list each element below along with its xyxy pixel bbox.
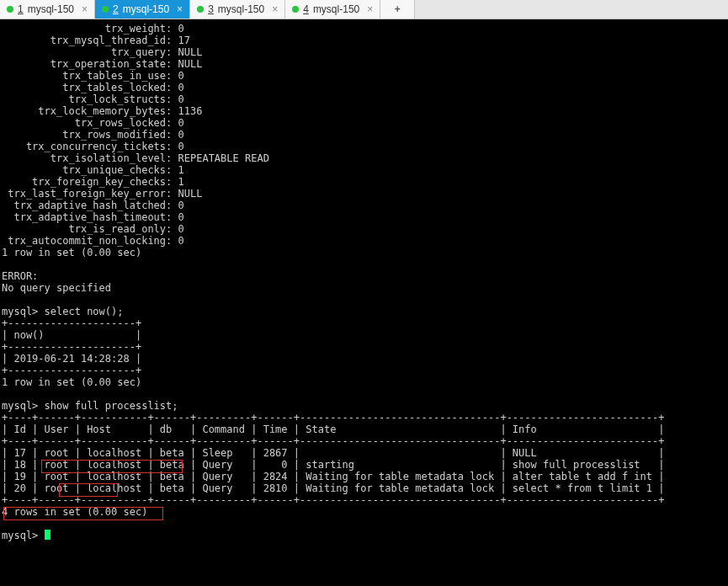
tab-1[interactable]: 1 mysql-150 × bbox=[0, 0, 95, 19]
terminal-line: trx_weight: 0 bbox=[2, 23, 184, 35]
status-dot-icon bbox=[102, 6, 109, 13]
terminal-line: | 2019-06-21 14:28:28 | bbox=[2, 353, 141, 365]
cursor-icon bbox=[45, 530, 50, 540]
tab-3[interactable]: 3 mysql-150 × bbox=[190, 0, 285, 19]
terminal-line: | 17 | root | localhost | beta | Sleep |… bbox=[2, 447, 664, 459]
terminal-line: trx_lock_structs: 0 bbox=[2, 93, 184, 105]
terminal-line: | now() | bbox=[2, 329, 141, 341]
terminal-line: trx_operation_state: NULL bbox=[2, 58, 202, 70]
terminal-line: trx_query: NULL bbox=[2, 46, 202, 58]
terminal-line: +----+------+-----------+------+--------… bbox=[2, 435, 664, 447]
tab-label: mysql-150 bbox=[218, 3, 264, 15]
close-icon[interactable]: × bbox=[272, 4, 278, 14]
terminal-line: trx_last_foreign_key_error: NULL bbox=[2, 188, 202, 200]
terminal-line: trx_rows_modified: 0 bbox=[2, 129, 184, 141]
terminal-line: trx_autocommit_non_locking: 0 bbox=[2, 235, 184, 247]
terminal-line: ERROR: bbox=[2, 270, 38, 282]
terminal-line: | 20 | root | localhost | beta | Query |… bbox=[2, 482, 664, 494]
terminal-line: trx_lock_memory_bytes: 1136 bbox=[2, 105, 202, 117]
tab-label: mysql-150 bbox=[28, 3, 74, 15]
terminal-line: 1 row in set (0.00 sec) bbox=[2, 376, 141, 388]
terminal-line: trx_foreign_key_checks: 1 bbox=[2, 176, 184, 188]
terminal-prompt-line[interactable]: mysql> bbox=[2, 530, 50, 541]
terminal-line: +---------------------+ bbox=[2, 365, 141, 376]
terminal-line: | 19 | root | localhost | beta | Query |… bbox=[2, 471, 664, 482]
terminal-line: 4 rows in set (0.00 sec) bbox=[2, 506, 147, 518]
tab-index: 4 bbox=[303, 3, 309, 15]
tab-2[interactable]: 2 mysql-150 × bbox=[95, 0, 190, 19]
terminal-line: trx_concurrency_tickets: 0 bbox=[2, 141, 184, 152]
add-tab-button[interactable]: + bbox=[380, 0, 415, 19]
terminal-line: | 18 | root | localhost | beta | Query |… bbox=[2, 459, 664, 471]
status-dot-icon bbox=[197, 6, 204, 13]
terminal-pane[interactable]: trx_weight: 0 trx_mysql_thread_id: 17 tr… bbox=[0, 19, 728, 586]
terminal-line: trx_tables_locked: 0 bbox=[2, 82, 184, 93]
tab-index: 1 bbox=[18, 3, 24, 15]
terminal-line: +---------------------+ bbox=[2, 341, 141, 353]
close-icon[interactable]: × bbox=[82, 4, 88, 14]
terminal-line: trx_unique_checks: 1 bbox=[2, 164, 184, 176]
terminal-line: 1 row in set (0.00 sec) bbox=[2, 247, 141, 258]
terminal-line: +---------------------+ bbox=[2, 317, 141, 329]
terminal-output: trx_weight: 0 trx_mysql_thread_id: 17 tr… bbox=[0, 19, 728, 545]
terminal-line: mysql> show full processlist; bbox=[2, 400, 178, 412]
close-icon[interactable]: × bbox=[367, 4, 373, 14]
terminal-line: trx_adaptive_hash_timeout: 0 bbox=[2, 211, 184, 223]
terminal-line: mysql> select now(); bbox=[2, 306, 124, 317]
terminal-line: trx_is_read_only: 0 bbox=[2, 223, 184, 235]
terminal-line: No query specified bbox=[2, 282, 111, 294]
tab-index: 2 bbox=[113, 3, 119, 15]
terminal-line: +----+------+-----------+------+--------… bbox=[2, 494, 664, 506]
terminal-line: trx_tables_in_use: 0 bbox=[2, 70, 184, 82]
tab-label: mysql-150 bbox=[313, 3, 359, 15]
terminal-line: trx_adaptive_hash_latched: 0 bbox=[2, 200, 184, 211]
terminal-line: | Id | User | Host | db | Command | Time… bbox=[2, 424, 664, 435]
tab-bar: 1 mysql-150 × 2 mysql-150 × 3 mysql-150 … bbox=[0, 0, 728, 19]
terminal-line: +----+------+-----------+------+--------… bbox=[2, 412, 664, 424]
plus-icon: + bbox=[395, 3, 401, 15]
tab-4[interactable]: 4 mysql-150 × bbox=[285, 0, 380, 19]
close-icon[interactable]: × bbox=[177, 4, 183, 14]
status-dot-icon bbox=[7, 6, 13, 13]
terminal-line: trx_isolation_level: REPEATABLE READ bbox=[2, 152, 269, 164]
tab-index: 3 bbox=[208, 3, 214, 15]
status-dot-icon bbox=[292, 6, 299, 13]
tab-label: mysql-150 bbox=[123, 3, 169, 15]
terminal-line: trx_rows_locked: 0 bbox=[2, 117, 184, 129]
terminal-line: trx_mysql_thread_id: 17 bbox=[2, 35, 190, 46]
